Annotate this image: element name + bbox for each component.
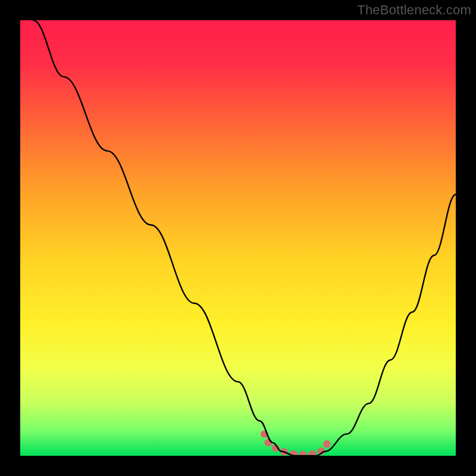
chart-frame: TheBottleneck.com <box>0 0 476 476</box>
watermark-text: TheBottleneck.com <box>357 2 471 18</box>
gradient-background <box>20 20 456 456</box>
chart-svg <box>20 20 456 456</box>
plot-area <box>20 20 456 456</box>
